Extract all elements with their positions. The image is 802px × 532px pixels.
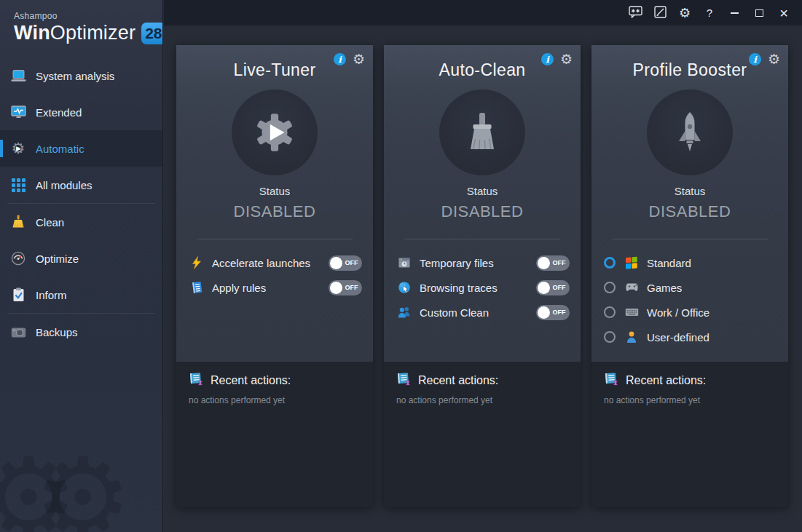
camera-icon (9, 323, 27, 341)
main-area: ⚙ ? × Live-Tuner (164, 0, 802, 532)
sidebar-item-all-modules[interactable]: All modules (0, 167, 162, 203)
notes-button[interactable] (648, 0, 672, 25)
version-badge: 28 (141, 23, 163, 44)
gear-play-icon (251, 108, 299, 156)
maximize-icon (755, 9, 763, 17)
grid-dots-icon (9, 176, 27, 194)
brush-icon (463, 111, 502, 154)
settings-button[interactable]: ⚙ (672, 0, 697, 25)
profile-row-standard[interactable]: Standard (591, 250, 788, 275)
sidebar-item-label: Clean (36, 216, 64, 229)
logo-product-rest: Optimizer (50, 22, 135, 44)
keyboard-icon (624, 308, 640, 317)
close-icon: × (779, 6, 788, 20)
profile-row-user-defined[interactable]: User-defined (591, 325, 788, 349)
toggle-row-custom-clean[interactable]: Custom Clean OFF (384, 300, 581, 325)
sidebar-nav: System analysis Extended ⚙▶ Automatic Al… (0, 57, 162, 350)
toggle-label: Accelerate launches (212, 257, 329, 269)
radio-games[interactable] (604, 282, 616, 293)
toggle-label: Temporary files (420, 257, 536, 269)
radio-user-defined[interactable] (604, 331, 616, 343)
toggle-custom-clean[interactable]: OFF (536, 305, 570, 320)
profile-label: Standard (647, 257, 777, 269)
windows-logo-icon (624, 256, 640, 269)
profile-label: User-defined (647, 331, 777, 344)
toggle-label: Apply rules (212, 282, 329, 294)
card-divider (404, 239, 560, 239)
minimize-icon (731, 12, 739, 14)
sidebar-item-label: Automatic (36, 143, 84, 155)
auto-clean-module-icon (439, 90, 525, 175)
recent-actions-empty: no actions performed yet (598, 395, 781, 405)
toggle-state: OFF (550, 309, 568, 316)
maximize-button[interactable] (747, 0, 771, 25)
sidebar-item-label: All modules (36, 179, 93, 191)
cards-container: Live-Tuner (164, 25, 802, 507)
status-value: DISABLED (591, 202, 788, 221)
user-icon (624, 330, 640, 344)
toggle-row-accelerate-launches[interactable]: Accelerate launches OFF (176, 250, 373, 275)
card-profile-booster: Profile Booster (591, 45, 788, 507)
profile-row-work-office[interactable]: Work / Office (591, 300, 788, 325)
recent-actions-icon (604, 371, 619, 389)
recent-actions-label: Recent actions: (626, 374, 706, 387)
info-icon[interactable] (749, 53, 761, 65)
card-divider (612, 239, 768, 239)
status-value: DISABLED (176, 202, 373, 221)
sidebar: Ashampoo WinOptimizer 28 System analysis… (0, 0, 163, 532)
feedback-button[interactable] (623, 0, 648, 25)
status-value: DISABLED (384, 202, 581, 221)
radio-standard[interactable] (604, 257, 616, 269)
sidebar-item-optimize[interactable]: Optimize (0, 240, 162, 277)
toggle-row-apply-rules[interactable]: Apply rules OFF (176, 275, 373, 300)
recent-actions-label: Recent actions: (418, 374, 498, 387)
gear-icon[interactable] (353, 52, 365, 66)
sidebar-item-clean[interactable]: Clean (0, 204, 162, 240)
card-divider (197, 239, 353, 239)
gear-icon[interactable] (768, 52, 780, 66)
sidebar-item-inform[interactable]: Inform (0, 277, 162, 313)
logo-product-bold: Win (14, 22, 50, 44)
status-label: Status (591, 185, 788, 197)
toggle-label: Browsing traces (420, 282, 536, 294)
gear-play-icon: ⚙▶ (9, 140, 27, 157)
sidebar-item-automatic[interactable]: ⚙▶ Automatic (0, 130, 162, 167)
sidebar-item-system-analysis[interactable]: System analysis (0, 57, 162, 94)
toggle-state: OFF (550, 259, 568, 266)
minimize-button[interactable] (722, 0, 747, 25)
window-clock-icon (396, 256, 412, 269)
toggle-accelerate-launches[interactable]: OFF (329, 255, 362, 271)
rules-list-icon (189, 281, 204, 294)
toggle-apply-rules[interactable]: OFF (329, 280, 362, 295)
recent-actions-empty: no actions performed yet (390, 395, 573, 405)
status-label: Status (384, 185, 581, 197)
sidebar-item-label: Extended (36, 106, 82, 119)
toggle-row-temporary-files[interactable]: Temporary files OFF (384, 250, 581, 275)
logo-brand: Ashampoo (14, 11, 162, 21)
gauge-icon (9, 250, 27, 267)
profile-label: Work / Office (647, 306, 777, 319)
toggle-state: OFF (342, 259, 361, 266)
note-edit-icon (654, 6, 667, 20)
toggle-temporary-files[interactable]: OFF (536, 255, 570, 271)
sidebar-item-label: Backups (36, 326, 78, 338)
status-label: Status (176, 185, 373, 197)
toggle-row-browsing-traces[interactable]: Browsing traces OFF (384, 275, 581, 300)
info-icon[interactable] (541, 53, 554, 65)
app-logo: Ashampoo WinOptimizer 28 (0, 0, 162, 55)
sidebar-item-label: Inform (36, 289, 67, 301)
close-button[interactable]: × (771, 0, 796, 25)
toggle-browsing-traces[interactable]: OFF (536, 280, 570, 295)
rocket-icon (671, 111, 709, 154)
gamepad-icon (624, 282, 640, 293)
gear-icon[interactable] (560, 52, 573, 66)
recent-actions-section: Recent actions: no actions performed yet (176, 362, 373, 507)
help-button[interactable]: ? (697, 0, 722, 25)
radio-work-office[interactable] (604, 306, 616, 318)
info-icon[interactable] (334, 53, 346, 65)
sidebar-item-backups[interactable]: Backups (0, 314, 162, 350)
sidebar-item-extended[interactable]: Extended (0, 94, 162, 130)
profile-row-games[interactable]: Games (591, 275, 788, 300)
recent-actions-empty: no actions performed yet (183, 395, 366, 405)
profile-booster-module-icon (647, 90, 733, 175)
